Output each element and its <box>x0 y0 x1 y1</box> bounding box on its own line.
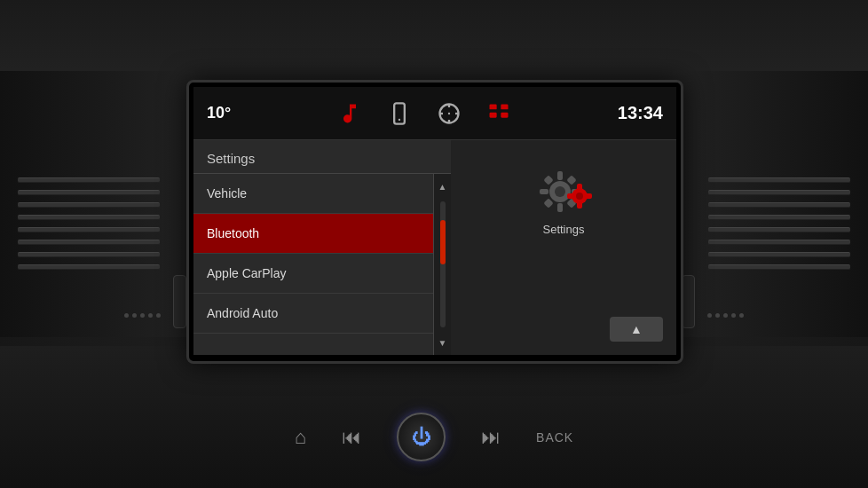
svg-rect-24 <box>577 184 582 191</box>
svg-rect-11 <box>501 112 508 117</box>
vent-slats-right <box>708 177 850 355</box>
scroll-down-arrow[interactable]: ▼ <box>434 330 452 355</box>
settings-icon-label: Settings <box>543 223 585 236</box>
vent-slat <box>18 240 160 245</box>
svg-rect-20 <box>543 198 553 208</box>
music-icon <box>337 101 362 126</box>
infotainment-screen: 10° <box>193 87 676 355</box>
svg-rect-9 <box>501 104 508 109</box>
bottom-right-controls: ▲ <box>464 317 663 342</box>
nav-icons-bar <box>334 98 515 130</box>
vent-slat <box>18 227 160 232</box>
vent-slat <box>18 202 160 208</box>
svg-point-23 <box>576 193 583 200</box>
phone-nav-icon[interactable] <box>383 98 415 130</box>
scroll-up-button[interactable]: ▲ <box>610 317 663 342</box>
vent-slat <box>708 215 850 220</box>
temperature-display: 10° <box>207 104 231 122</box>
svg-rect-19 <box>566 175 576 185</box>
back-button[interactable]: BACK <box>536 430 573 445</box>
speaker-dot <box>739 313 744 318</box>
speaker-dot <box>140 313 145 318</box>
speaker-dot <box>715 313 720 318</box>
vent-slat <box>708 252 850 257</box>
vent-slat <box>18 215 160 220</box>
scroll-thumb <box>440 220 446 264</box>
vent-slat <box>708 190 850 195</box>
next-track-button[interactable]: ⏭ <box>481 426 501 449</box>
speaker-dot <box>723 313 728 318</box>
clock-display: 13:34 <box>618 103 663 123</box>
vent-slat <box>18 190 160 195</box>
svg-rect-26 <box>567 193 574 199</box>
navigation-nav-icon[interactable] <box>433 98 465 130</box>
svg-point-13 <box>555 186 565 197</box>
scroll-up-arrow[interactable]: ▲ <box>434 174 452 199</box>
svg-rect-0 <box>394 103 405 123</box>
speaker-left <box>124 302 186 328</box>
settings-title: Settings <box>193 140 451 174</box>
menu-item-apple-carplay[interactable]: Apple CarPlay <box>193 254 433 294</box>
home-button[interactable]: ⌂ <box>295 426 306 449</box>
right-panel: Settings ▲ <box>451 140 676 355</box>
power-icon: ⏻ <box>412 426 431 449</box>
music-nav-icon[interactable] <box>334 98 366 130</box>
svg-rect-25 <box>577 201 582 209</box>
svg-rect-8 <box>490 104 497 109</box>
speaker-dot <box>148 313 153 318</box>
svg-point-3 <box>448 112 450 114</box>
scroll-track <box>440 201 446 327</box>
vent-slat <box>18 177 160 183</box>
vent-slat <box>708 240 850 245</box>
settings-icon-area: Settings <box>528 162 599 236</box>
gear-icon-container <box>528 162 599 216</box>
vent-left <box>0 71 195 337</box>
main-content: Settings Vehicle Bluetooth Apple CarPlay… <box>193 140 676 355</box>
bottom-controls: ⌂ ⏮ ⏻ ⏭ BACK <box>212 413 656 461</box>
speaker-dot <box>132 313 137 318</box>
speaker-dot <box>707 313 712 318</box>
previous-track-button[interactable]: ⏮ <box>342 426 361 449</box>
svg-rect-15 <box>557 203 563 212</box>
settings-panel: Settings Vehicle Bluetooth Apple CarPlay… <box>193 140 451 355</box>
speaker-dot <box>156 313 161 318</box>
speaker-right <box>682 302 744 328</box>
menu-item-bluetooth[interactable]: Bluetooth <box>193 214 433 254</box>
vent-slat <box>708 227 850 232</box>
scrollbar: ▲ ▼ <box>433 174 451 355</box>
vent-slat <box>708 202 850 208</box>
speaker-dot <box>124 313 129 318</box>
menu-list-with-scroll: Vehicle Bluetooth Apple CarPlay Android … <box>193 174 451 355</box>
gear-icon <box>528 162 599 220</box>
vent-slats-left <box>18 177 160 355</box>
vent-slat <box>18 264 160 270</box>
vent-slat <box>708 177 850 183</box>
svg-rect-16 <box>540 189 548 194</box>
vent-right <box>673 71 868 337</box>
speaker-dot <box>731 313 736 318</box>
apps-icon <box>486 101 511 126</box>
power-button[interactable]: ⏻ <box>397 413 446 461</box>
top-bar: 10° <box>193 87 676 140</box>
apps-nav-icon[interactable] <box>483 98 515 130</box>
vent-slat <box>708 264 850 270</box>
phone-icon <box>387 101 412 126</box>
navigation-icon <box>437 101 462 126</box>
svg-rect-14 <box>557 171 563 180</box>
menu-item-vehicle[interactable]: Vehicle <box>193 174 433 214</box>
menu-list: Vehicle Bluetooth Apple CarPlay Android … <box>193 174 433 355</box>
vent-slat <box>18 252 160 257</box>
svg-rect-18 <box>543 175 553 185</box>
top-dashboard <box>0 0 868 80</box>
svg-rect-10 <box>490 112 497 117</box>
svg-rect-27 <box>585 193 592 199</box>
menu-item-android-auto[interactable]: Android Auto <box>193 294 433 334</box>
